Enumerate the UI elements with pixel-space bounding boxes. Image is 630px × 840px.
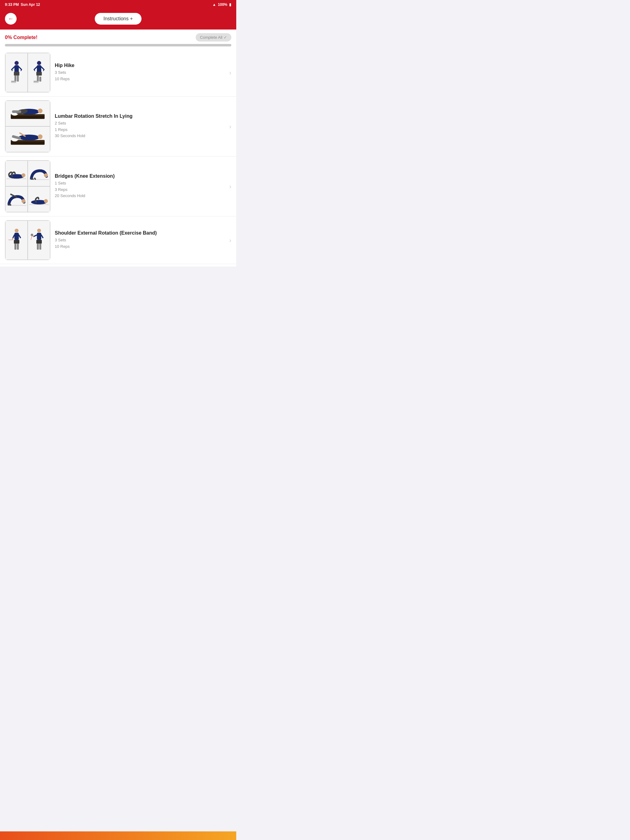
svg-line-46 xyxy=(9,204,11,205)
svg-rect-6 xyxy=(14,72,19,75)
svg-rect-19 xyxy=(39,77,41,82)
svg-point-44 xyxy=(22,199,25,203)
exercise-item-lumbar-rotation[interactable]: Lumbar Rotation Stretch In Lying 2 Sets … xyxy=(0,96,236,156)
header: ← Instructions + xyxy=(0,9,236,30)
status-time: 9:33 PM xyxy=(5,2,19,7)
svg-rect-67 xyxy=(36,244,38,250)
progress-area: 0% Complete! Complete All ✓ xyxy=(0,30,236,41)
progress-bar-container xyxy=(0,41,236,46)
exercise-image-shoulder xyxy=(5,220,51,260)
svg-rect-66 xyxy=(36,240,42,243)
exercise-reps: 1 Reps xyxy=(55,127,222,133)
svg-line-3 xyxy=(12,69,12,71)
exercise-img-cell xyxy=(5,186,28,212)
svg-line-16 xyxy=(43,69,44,71)
exercise-image-hip-hike xyxy=(5,52,51,93)
exercise-img-cell xyxy=(5,53,28,92)
svg-rect-57 xyxy=(14,244,16,250)
exercise-name: Hip Hike xyxy=(55,63,222,68)
exercise-info-bridges: Bridges (Knee Extension) 1 Sets 3 Reps 2… xyxy=(55,174,222,199)
exercise-item-bridges[interactable]: Bridges (Knee Extension) 1 Sets 3 Reps 2… xyxy=(0,156,236,216)
svg-line-55 xyxy=(19,235,20,238)
svg-rect-17 xyxy=(36,72,42,75)
exercise-list: Hip Hike 3 Sets 10 Reps › xyxy=(0,46,236,267)
svg-point-11 xyxy=(37,61,41,65)
exercise-img-cell xyxy=(28,53,50,92)
exercise-img-cell xyxy=(28,161,50,186)
svg-rect-18 xyxy=(36,76,38,82)
exercise-hold: 30 Seconds Hold xyxy=(55,133,222,139)
chevron-right-icon: › xyxy=(229,183,231,190)
exercise-reps: 10 Reps xyxy=(55,243,222,250)
exercise-image-lumbar xyxy=(5,100,51,153)
svg-rect-1 xyxy=(14,65,19,73)
exercise-sets: 3 Sets xyxy=(55,69,222,76)
exercise-item-shoulder-rotation[interactable]: Shoulder External Rotation (Exercise Ban… xyxy=(0,216,236,264)
checkmark-icon: ✓ xyxy=(224,35,227,39)
svg-line-15 xyxy=(41,67,44,69)
svg-rect-56 xyxy=(14,240,19,243)
exercise-img-cell xyxy=(5,126,50,152)
exercise-reps: 10 Reps xyxy=(55,76,222,82)
svg-line-42 xyxy=(35,178,35,179)
svg-line-14 xyxy=(34,69,35,71)
back-button[interactable]: ← xyxy=(5,13,17,25)
svg-line-41 xyxy=(32,178,33,179)
exercise-img-cell xyxy=(5,221,28,260)
svg-line-65 xyxy=(41,235,43,238)
instructions-button[interactable]: Instructions + xyxy=(95,13,141,25)
svg-line-5 xyxy=(21,69,22,71)
svg-rect-60 xyxy=(36,233,41,240)
exercise-img-cell xyxy=(5,161,28,186)
svg-line-61 xyxy=(33,235,37,237)
exercise-info-hip-hike: Hip Hike 3 Sets 10 Reps xyxy=(55,63,222,82)
status-bar: 9:33 PM Sun Apr 12 ▲ 100% ▮ xyxy=(0,0,236,9)
exercise-name: Lumbar Rotation Stretch In Lying xyxy=(55,114,222,119)
svg-rect-51 xyxy=(14,233,19,240)
chevron-right-icon: › xyxy=(229,237,231,244)
chevron-right-icon: › xyxy=(229,123,231,130)
svg-point-38 xyxy=(22,174,25,177)
svg-point-40 xyxy=(44,174,48,177)
svg-rect-68 xyxy=(39,244,41,250)
svg-rect-28 xyxy=(12,110,21,112)
wifi-icon: ▲ xyxy=(212,2,216,7)
svg-rect-12 xyxy=(36,65,41,73)
svg-line-52 xyxy=(13,235,14,238)
exercise-name: Shoulder External Rotation (Exercise Ban… xyxy=(55,230,222,236)
status-bar-left: 9:33 PM Sun Apr 12 xyxy=(5,2,40,7)
exercise-hold: 20 Seconds Hold xyxy=(55,193,222,199)
svg-line-4 xyxy=(19,67,22,69)
svg-point-50 xyxy=(14,229,18,232)
status-date: Sun Apr 12 xyxy=(21,2,40,7)
exercise-item-hip-hike[interactable]: Hip Hike 3 Sets 10 Reps › xyxy=(0,49,236,96)
battery-icon: ▮ xyxy=(229,2,231,7)
complete-all-button[interactable]: Complete All ✓ xyxy=(196,33,231,41)
exercise-sets: 2 Sets xyxy=(55,120,222,127)
exercise-img-cell xyxy=(28,221,50,260)
back-arrow-icon: ← xyxy=(8,16,14,22)
svg-point-49 xyxy=(44,199,48,203)
svg-point-59 xyxy=(37,229,41,232)
svg-point-33 xyxy=(38,134,43,139)
battery-label: 100% xyxy=(218,2,227,7)
exercise-info-lumbar: Lumbar Rotation Stretch In Lying 2 Sets … xyxy=(55,114,222,139)
exercise-sets: 3 Sets xyxy=(55,237,222,243)
progress-label: 0% Complete! xyxy=(5,35,38,40)
exercise-img-cell xyxy=(5,101,50,126)
svg-line-13 xyxy=(34,67,37,69)
svg-line-64 xyxy=(31,235,32,240)
instructions-label: Instructions + xyxy=(103,16,133,21)
svg-line-53 xyxy=(12,238,13,240)
progress-bar-track xyxy=(5,44,231,46)
svg-point-0 xyxy=(14,61,18,65)
svg-rect-10 xyxy=(11,81,16,82)
chevron-right-icon: › xyxy=(229,69,231,76)
exercise-name: Bridges (Knee Extension) xyxy=(55,174,222,179)
svg-rect-58 xyxy=(17,244,19,250)
exercise-info-shoulder: Shoulder External Rotation (Exercise Ban… xyxy=(55,230,222,250)
svg-point-26 xyxy=(38,109,43,113)
svg-rect-8 xyxy=(17,76,19,82)
exercise-reps: 3 Reps xyxy=(55,186,222,193)
svg-point-32 xyxy=(19,134,40,140)
